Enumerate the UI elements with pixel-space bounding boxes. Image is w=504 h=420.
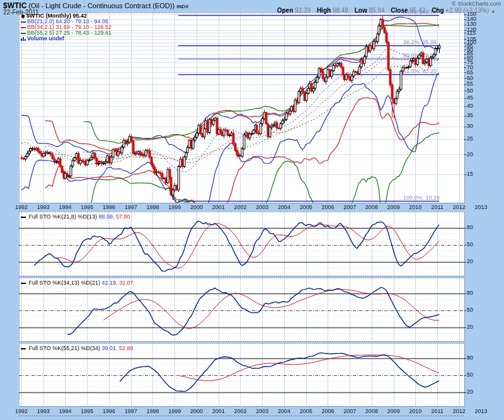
candlestick-icon: [21, 14, 25, 19]
high-value: 98.48: [333, 7, 348, 14]
bb34-swatch-icon: [21, 27, 26, 28]
stoch3-k-value: 39.01,: [101, 345, 117, 351]
stockcharts-chart-page: { "header": { "symbol": "$WTIC", "title_…: [0, 0, 504, 420]
stoch-panel-2-label: Full STO %K(34,13) %D(21) 42.19, 32.07: [21, 280, 133, 286]
close-value: 95.42: [410, 7, 425, 14]
main-chart-legend: $WTIC (Monthly) 95.42 BB(21,2.0) 64.20 -…: [21, 13, 112, 42]
legend-volume-row: Volume undef: [21, 36, 112, 42]
stoch3-swatch-icon: [21, 348, 26, 349]
ohlc-quote-row: Open 92.39 High 98.48 Low 85.94 Close 95…: [273, 7, 496, 14]
copyright: © StockCharts.com: [452, 1, 501, 7]
bb21-swatch-icon: [21, 21, 26, 23]
stoch3-d-value: 52.88: [119, 345, 134, 351]
legend-volume-text: Volume undef: [27, 35, 64, 42]
stoch2-d-value: 32.07: [119, 280, 134, 286]
stoch1-swatch-icon: [21, 217, 26, 218]
volume-bars-icon: [21, 37, 26, 41]
ticker-description: (Oil - Light Crude - Continuous Contract…: [26, 2, 176, 9]
open-value: 92.39: [295, 7, 311, 14]
chg-label: Chg: [432, 7, 444, 14]
stoch-panel-1-label: Full STO %K(21,8) %D(13) 88.59, 57.80: [21, 213, 130, 220]
open-label: Open: [277, 7, 294, 14]
stoch-panel-3-label: Full STO %K(55,21) %D(34) 39.01, 52.88: [21, 345, 133, 351]
stoch1-d-value: 57.80: [116, 213, 130, 220]
high-label: High: [317, 7, 331, 14]
stoch2-name: Full STO %K(34,13) %D(21): [29, 280, 100, 286]
close-label: Close: [391, 7, 408, 14]
stoch2-k-value: 42.19,: [101, 280, 117, 286]
stoch1-name: Full STO %K(21,8) %D(13): [29, 213, 97, 220]
chg-up-arrow-icon: ▲: [491, 8, 496, 14]
low-label: Low: [355, 7, 367, 14]
bb55-swatch-icon: [21, 33, 26, 34]
price-and-stochastics-chart: [0, 0, 504, 420]
stoch3-name: Full STO %K(55,21) %D(34): [29, 345, 100, 351]
exchange-label: INDX: [176, 4, 188, 9]
stoch1-k-value: 88.59,: [98, 213, 114, 220]
stoch2-swatch-icon: [21, 283, 26, 284]
low-value: 85.94: [369, 7, 384, 14]
chg-value: +2.90 (+3.13%): [445, 7, 489, 14]
